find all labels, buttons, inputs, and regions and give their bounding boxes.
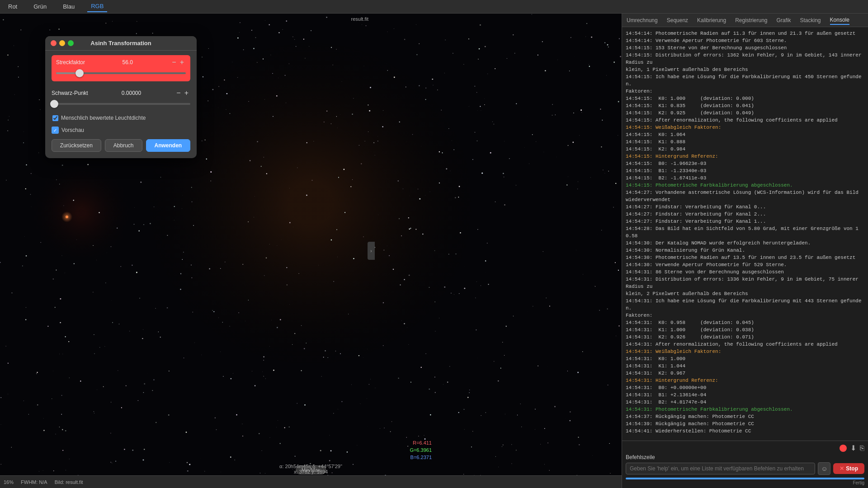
cmd-label: Befehlszeile [626,454,864,460]
indicator-row: ⬇ ⎘ [626,444,864,452]
dialog-titlebar: Asinh Transformation [45,36,197,51]
log-line: 14:54:15: 153 Sterne von der Berechnung … [626,44,864,52]
progress-bar [626,478,864,479]
vorschau-label: Vorschau [61,127,84,133]
log-line: 14:54:15: B0: -1.96623e-03 [626,160,864,167]
log-line: 14:54:37: Rückgängig machen: Photometrie… [626,413,864,420]
console-panel: Umrechnung Sequenz Kalibrierung Registri… [622,14,868,488]
streckfaktor-increment[interactable]: + [178,59,186,66]
tab-kalibrierung[interactable]: Kalibrierung [697,16,726,24]
stop-label: Stop [846,465,858,472]
schwarz-punkt-section: Schwarz-Punkt 0.00000 − + [52,86,190,112]
log-line: 14:54:39: Rückgängig machen: Photometrie… [626,420,864,427]
streckfaktor-slider-thumb[interactable] [75,69,84,77]
log-line: 14:54:27: Findstar: Verarbeitung für Kan… [626,218,864,225]
log-line: 14:54:31: B1: +2.13614e-04 [626,391,864,399]
log-line: 14:54:30: Normalisierung für Grün Kanal. [626,247,864,254]
vorschau-checkbox[interactable]: ✓ [52,127,59,134]
log-line: 14:54:15: Weißabgleich Faktoren: [626,124,864,131]
copy-icon[interactable]: ⎘ [860,444,864,452]
streckfaktor-value: 56.0 [85,59,170,66]
menu-gruen[interactable]: Grün [30,1,50,12]
r-value: R=6.411 [410,439,432,446]
log-line: 14:54:31: K1: 1.000 (deviation: 0.038) [626,326,864,333]
log-line: 14:54:31: K0: 0.958 (deviation: 0.045) [626,319,864,326]
log-line: 14:54:15: B2: -1.67411e-03 [626,174,864,182]
streckfaktor-decrement[interactable]: − [170,59,178,66]
log-line: 14:54:27: Findstar: Verarbeitung für Kan… [626,203,864,211]
apply-button[interactable]: Anwenden [146,139,191,152]
maximize-button[interactable] [68,40,74,46]
log-line: 14:54:30: Photometrische Radien auf 13.5… [626,254,864,261]
menu-bar: Rot Grün Blau RGB [0,0,868,14]
asinh-dialog: Asinh Transformation Streckfaktor 56.0 −… [45,36,197,158]
streckfaktor-section: Streckfaktor 56.0 − + [52,55,190,81]
dialog-title: Asinh Transformation [90,40,151,47]
streckfaktor-slider-track[interactable] [56,72,186,74]
schwarz-punkt-increment[interactable]: + [183,89,190,97]
log-line: 14:54:30: Verwende Apertur Photometrie f… [626,261,864,268]
command-input[interactable] [626,463,815,474]
cancel-button[interactable]: Abbruch [105,139,142,152]
panel-collapse-arrow[interactable]: › [368,242,375,260]
log-line: 14:54:31: K1: 1.044 [626,362,864,370]
dialog-actions: Zurücksetzen Abbruch Anwenden [52,139,190,152]
reset-button[interactable]: Zurücksetzen [52,139,101,152]
menu-rot[interactable]: Rot [5,1,21,12]
dialog-overlay: Asinh Transformation Streckfaktor 56.0 −… [45,36,197,158]
stop-icon: ✕ [840,465,844,472]
b-value: B=6.2371 [410,454,432,461]
fwhm-value: FWHM: N/A [21,479,47,485]
log-line: 14:54:15: Photometrische Farbkalibrierun… [626,182,864,189]
log-line: 14:54:31: After renormalization, the fol… [626,341,864,348]
tab-registrierung[interactable]: Registrierung [735,16,767,24]
emoji-button[interactable]: ☺ [818,462,830,475]
log-line: 14:54:15: K2: 0.925 (deviation: 0.049) [626,109,864,117]
status-bar: 16% FWHM: N/A Bild: result.fit [0,475,622,488]
console-tabs: Umrechnung Sequenz Kalibrierung Registri… [622,14,868,27]
vorschau-row: ✓ Vorschau [52,127,190,134]
menu-rgb[interactable]: RGB [87,1,107,12]
rgb-values: R=6.411 G=6.3961 B=6.2371 [410,439,432,461]
log-line: 14:54:31: Photometrische Farbkalibrierun… [626,406,864,413]
streckfaktor-label: Streckfaktor [56,59,85,66]
log-line: 14:54:30: Der Katalog NOMAD wurde erfolg… [626,239,864,247]
tab-umrechnung[interactable]: Umrechnung [627,16,658,24]
tab-grafik[interactable]: Grafik [777,16,791,24]
bild-value: Bild: result.fit [55,479,83,485]
schwarz-punkt-decrement[interactable]: − [175,89,182,97]
log-line: 14:54:15: K0: 1.064 [626,131,864,138]
log-line: 14:54:31: 86 Sterne von der Berechnung a… [626,268,864,276]
schwarz-punkt-slider-container [52,99,190,108]
log-line: 14:54:15: After renormalization, the fol… [626,117,864,124]
log-line: 14:54:41: Wiederherstellen: Photometrie … [626,427,864,435]
log-area[interactable]: 14:54:14: Photometrische Radien auf 11.3… [622,27,868,441]
schwarz-punkt-slider-thumb[interactable] [50,100,58,108]
download-icon[interactable]: ⬇ [850,444,856,452]
close-button[interactable] [51,40,57,46]
traffic-lights [51,40,74,46]
tab-sequenz[interactable]: Sequenz [667,16,688,24]
tab-konsole[interactable]: Konsole [830,16,849,25]
stop-button[interactable]: ✕ Stop [833,463,864,474]
progress-fill [626,478,864,479]
log-line: 14:54:27: Findstar: Verarbeitung für Kan… [626,211,864,218]
log-line: 14:54:31: B0: +0.00000e+00 [626,384,864,391]
log-line: 14:54:15: Hintergrund Referenz: [626,153,864,160]
tab-stacking[interactable]: Stacking [800,16,821,24]
menschlich-label: Menschlich bewertete Leuchtdichte [61,115,146,121]
dialog-body: Streckfaktor 56.0 − + [45,51,197,158]
minimize-button[interactable] [59,40,65,46]
schwarz-punkt-value: 0.00000 [88,90,175,96]
schwarz-punkt-slider-track[interactable] [52,103,190,105]
coords-area: α: 20h54m45s δ: +44°57'29" x: 3782 y: 18… [279,464,342,474]
menschlich-checkbox[interactable] [52,115,58,121]
sky-coords: α: 20h54m45s δ: +44°57'29" [279,464,342,469]
log-line: 14:54:31: K2: 0.967 [626,370,864,377]
menu-blau[interactable]: Blau [59,1,78,12]
log-line: 14:54:31: K2: 0.926 (deviation: 0.071) [626,333,864,341]
result-filename: result.fit [351,16,368,22]
log-line: 14:54:14: Verwende Apertur Photometrie f… [626,37,864,44]
log-line: 14:54:27: Vorhandene astrometrische Lösu… [626,189,864,203]
streckfaktor-slider-container [56,69,186,78]
